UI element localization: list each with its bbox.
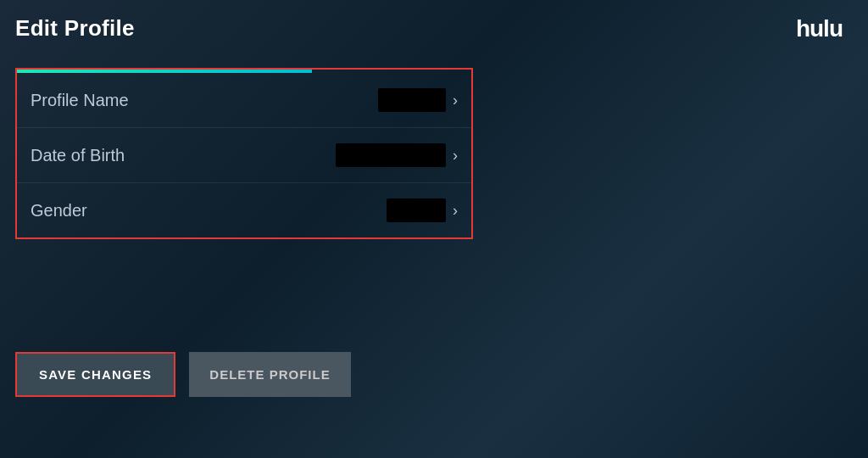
date-of-birth-row[interactable]: Date of Birth › (17, 128, 471, 183)
delete-profile-button[interactable]: DELETE PROFILE (189, 352, 350, 397)
gender-value-area: › (387, 198, 458, 222)
date-of-birth-value-box (336, 143, 446, 167)
gender-row[interactable]: Gender › (17, 183, 471, 237)
gender-chevron-icon: › (453, 202, 458, 220)
gender-label: Gender (31, 201, 87, 221)
date-of-birth-chevron-icon: › (453, 147, 458, 165)
profile-name-value-box (378, 88, 446, 112)
profile-name-chevron-icon: › (453, 92, 458, 109)
gender-value-box (387, 198, 446, 222)
date-of-birth-label: Date of Birth (31, 146, 125, 165)
hulu-logo: hulu (796, 15, 843, 42)
profile-name-value-area: › (378, 88, 458, 112)
profile-name-row[interactable]: Profile Name › (17, 73, 471, 128)
buttons-area: SAVE CHANGES DELETE PROFILE (15, 352, 351, 397)
profile-name-label: Profile Name (31, 91, 129, 110)
edit-profile-form: Profile Name › Date of Birth › Gender › (15, 68, 473, 239)
save-changes-button[interactable]: SAVE CHANGES (15, 352, 175, 397)
date-of-birth-value-area: › (336, 143, 458, 167)
page-title: Edit Profile (15, 15, 135, 42)
